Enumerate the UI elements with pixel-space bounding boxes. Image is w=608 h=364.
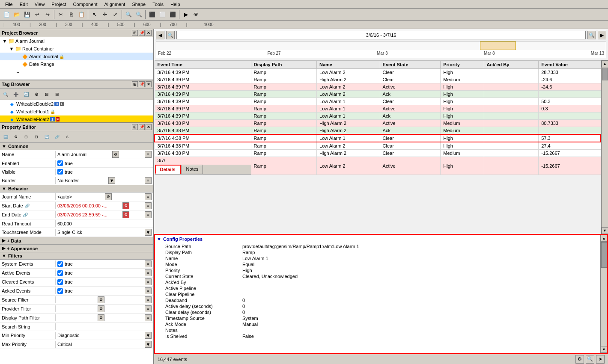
tree-item-date-range[interactable]: 🔶 Date Range (0, 60, 153, 68)
tree-toggle[interactable]: ▼ (2, 38, 8, 44)
tree-toggle[interactable] (15, 53, 21, 59)
tb-pin-btn[interactable]: 📌 (139, 81, 145, 87)
pe-config-journal-btn[interactable]: ≡ (145, 193, 152, 200)
table-row[interactable]: 3/7/16 4:39 PM Ramp High Alarm 2 Clear M… (155, 76, 601, 83)
tag-settings-btn[interactable]: ⚙ (32, 89, 41, 99)
pe-config-name-btn[interactable]: ≡ (145, 151, 152, 158)
pe-edit-display-path-filter-btn[interactable]: ⚙ (98, 314, 104, 321)
status-search-btn[interactable]: 🔍 (586, 355, 594, 364)
pe-collapse-btn[interactable]: ⊟ (32, 132, 41, 142)
tree-item-alarm-journal[interactable]: 🔶 Alarm Journal 🔒 (0, 53, 153, 60)
pb-close-btn[interactable]: ✕ (146, 30, 152, 36)
pe-config-border-btn[interactable]: ≡ (145, 177, 152, 184)
table-row[interactable]: 3/7/16 4:38 PM Ramp High Alarm 2 Active … (155, 120, 601, 127)
table-row[interactable]: 3/7/16 4:38 PM Ramp Low Alarm 2 Clear Hi… (155, 142, 601, 150)
pe-config-display-path-filter-btn[interactable]: ≡ (145, 314, 152, 321)
play-btn[interactable]: ▶ (181, 10, 191, 19)
tag-item-writeable-float2[interactable]: ◆ WriteableFloat2 1 F (0, 115, 153, 123)
tree-toggle[interactable] (15, 61, 21, 67)
pe-config-end-date-btn[interactable]: ≡ (145, 211, 152, 218)
detail-scroll-thumb[interactable] (601, 242, 607, 268)
pe-config-source-filter-btn[interactable]: ≡ (145, 296, 152, 303)
menu-edit[interactable]: Edit (16, 1, 31, 8)
scroll-track[interactable] (602, 67, 608, 227)
paste-btn[interactable]: 📋 (77, 10, 86, 19)
menu-file[interactable]: File (2, 1, 16, 8)
table-row[interactable]: 3/7/16 4:39 PM Ramp Low Alarm 1 Clear Hi… (155, 98, 601, 105)
tag-collapse-btn[interactable]: ⊟ (42, 89, 51, 99)
pe-edit-provider-filter-btn[interactable]: ⚙ (98, 305, 104, 312)
tree-item-root-container[interactable]: ▼ 📁 Root Container (0, 45, 153, 53)
tl-search-btn[interactable]: 🔍 (166, 31, 175, 39)
pe-config-active-events-btn[interactable]: ≡ (145, 269, 152, 276)
tag-add-btn[interactable]: ➕ (11, 89, 21, 99)
alarm-table-scrollbar[interactable]: ▲ ▼ (601, 60, 608, 234)
config-collapse-icon[interactable]: ▼ (157, 237, 161, 242)
cut-btn[interactable]: ✂ (56, 10, 66, 19)
tree-item-more[interactable]: ... (0, 68, 153, 74)
tb-close-btn[interactable]: ✕ (146, 81, 152, 87)
table-row-selected[interactable]: 3/7/16 4:38 PM Ramp Low Alarm 1 Clear Hi… (155, 134, 601, 142)
scroll-down-btn[interactable]: ▼ (602, 227, 608, 234)
pe-config-start-date-btn[interactable]: ≡ (145, 202, 152, 209)
preview-btn[interactable]: 👁 (191, 10, 201, 19)
pe-dropdown-max-priority-btn[interactable]: ▼ (145, 341, 152, 348)
pe-edit-start-date-btn[interactable]: ⚙ (122, 202, 129, 209)
pe-link-btn[interactable]: 🔗 (52, 132, 62, 142)
new-btn[interactable]: 📄 (2, 10, 11, 19)
pe-config-provider-filter-btn[interactable]: ≡ (145, 305, 152, 312)
tree-item-alarm-journal-root[interactable]: ▼ 📁 Alarm Journal (0, 37, 153, 45)
pe-checkbox-cleared-events[interactable] (57, 279, 63, 285)
tag-expand-btn[interactable]: ⊞ (52, 89, 62, 99)
detail-scroll-down-btn[interactable]: ▼ (601, 346, 608, 353)
pe-section-common-header[interactable]: ▼ Common (0, 143, 153, 150)
menu-project[interactable]: Project (48, 1, 69, 8)
pe-section-filters-header[interactable]: ▼ Filters (0, 252, 153, 260)
pe-expand-btn[interactable]: ⊞ (21, 132, 31, 142)
pe-edit-journal-btn[interactable]: ⚙ (105, 193, 112, 200)
pb-pin-btn[interactable]: 📌 (139, 30, 145, 36)
timeline-ruler[interactable]: Feb 22 Feb 27 Mar 3 Mar 8 Mar 13 (156, 41, 606, 58)
pe-checkbox-enabled[interactable] (57, 160, 63, 166)
tab-details[interactable]: Details (155, 165, 181, 174)
pe-config-cleared-events-btn[interactable]: ≡ (145, 278, 152, 285)
tag-refresh-btn[interactable]: 🔄 (21, 89, 31, 99)
copy-btn[interactable]: ⎘ (66, 10, 76, 19)
pe-section-data-header[interactable]: ▶ + Data (0, 237, 153, 245)
pe-sort-btn[interactable]: 🔤 (1, 132, 10, 142)
menu-view[interactable]: View (31, 1, 48, 8)
pe-checkbox-system-events[interactable] (57, 261, 63, 267)
tl-right-btn[interactable]: ▶ (598, 31, 606, 39)
open-btn[interactable]: 📂 (12, 10, 21, 19)
redo-btn[interactable]: ↪ (43, 10, 52, 19)
table-row-with-tabs[interactable]: 3/7/ Details Notes Ramp Low Alarm 2 (155, 157, 601, 175)
save-btn[interactable]: 💾 (22, 10, 32, 19)
menu-alignment[interactable]: Alignment (101, 1, 128, 8)
menu-component[interactable]: Component (70, 1, 101, 8)
detail-scroll-track[interactable] (601, 242, 607, 346)
undo-btn[interactable]: ↩ (33, 10, 42, 19)
tl-search-right-btn[interactable]: 🔍 (587, 31, 596, 39)
start-date-link-icon[interactable]: 🔗 (24, 204, 30, 208)
pe-checkbox-acked-events[interactable] (57, 288, 63, 294)
cursor-btn[interactable]: ↖ (90, 10, 99, 19)
end-date-link-icon[interactable]: 🔗 (23, 213, 28, 217)
pe-filter-btn[interactable]: ⚙ (11, 132, 21, 142)
tag-search-btn[interactable]: 🔍 (1, 89, 10, 99)
pe-dropdown-border-btn[interactable]: ▼ (108, 177, 115, 184)
tab-notes[interactable]: Notes (182, 165, 203, 174)
pe-checkbox-active-events[interactable] (57, 270, 63, 276)
pe-refresh-btn[interactable]: 🔄 (42, 132, 51, 142)
pe-config-acked-events-btn[interactable]: ≡ (145, 287, 152, 294)
tb-restore-btn[interactable]: ⊞ (132, 81, 138, 87)
pb-restore-btn[interactable]: ⊞ (132, 30, 138, 36)
pe-restore-btn[interactable]: ⊞ (132, 124, 138, 130)
table-row[interactable]: 3/7/16 4:39 PM Ramp Low Alarm 1 Ack High (155, 112, 601, 120)
detail-scroll-up-btn[interactable]: ▲ (601, 235, 608, 242)
menu-help[interactable]: Help (167, 1, 184, 8)
menu-tools[interactable]: Tools (149, 1, 167, 8)
menu-shape[interactable]: Shape (128, 1, 149, 8)
resize-btn[interactable]: ⤢ (110, 10, 120, 19)
table-row[interactable]: 3/7/16 4:39 PM Ramp Low Alarm 2 Ack High (155, 91, 601, 98)
zoom-out-btn[interactable]: 🔍 (124, 10, 133, 19)
